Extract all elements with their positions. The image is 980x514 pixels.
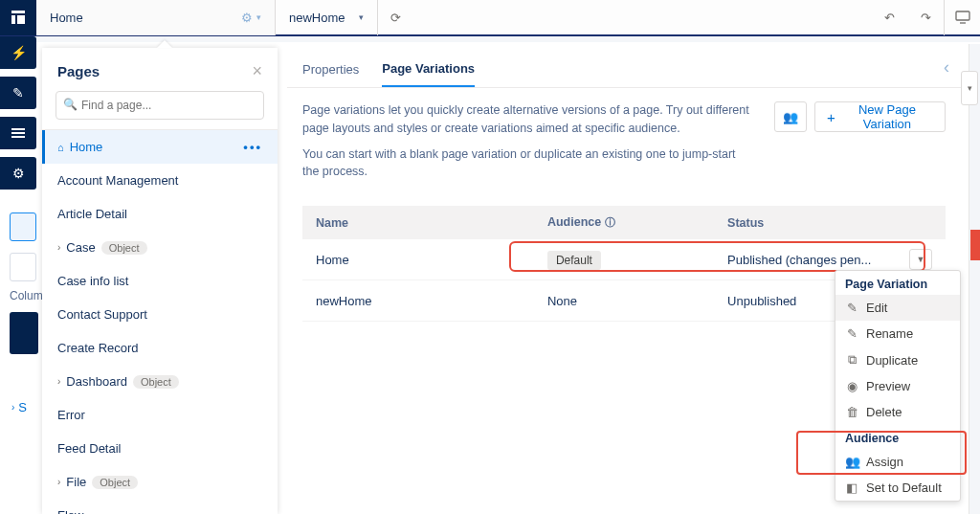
audience-icon-button[interactable]: 👥 xyxy=(774,101,807,132)
tab-home-label: Home xyxy=(50,11,83,25)
rail-edit-button[interactable]: ✎ xyxy=(0,77,36,109)
edit-icon: ✎ xyxy=(845,301,858,315)
rail-lightning-button[interactable]: ⚡ xyxy=(0,36,36,69)
menu-set-default[interactable]: ◧Set to Default xyxy=(835,475,960,501)
new-page-variation-label: New Page Variation xyxy=(841,102,933,131)
tab-properties[interactable]: Properties xyxy=(302,62,359,86)
rename-icon: ✎ xyxy=(845,326,858,341)
caret-down-icon[interactable]: ▾ xyxy=(359,12,364,22)
menu-edit[interactable]: ✎Edit xyxy=(835,295,960,321)
pages-panel: Pages × 🔍 ⌂ Home ••• Account Management … xyxy=(42,48,278,514)
col-status: Status xyxy=(714,206,896,239)
main-tabs: Properties Page Variations ‹ xyxy=(287,48,961,88)
menu-section-audience: Audience xyxy=(835,425,960,449)
page-item-label: Home xyxy=(70,140,103,154)
chevron-right-icon: › xyxy=(11,402,14,413)
menu-section-page-variation: Page Variation xyxy=(835,271,960,295)
svg-rect-1 xyxy=(11,15,15,24)
page-item-label: Article Detail xyxy=(57,207,127,221)
page-item-label: Dashboard xyxy=(66,374,127,389)
page-item[interactable]: Feed Detail xyxy=(42,432,278,465)
chevron-right-icon: › xyxy=(57,242,60,253)
preview-desktop-button[interactable] xyxy=(944,0,980,35)
rail-settings-button[interactable]: ⚙ xyxy=(0,157,36,190)
page-item-label: Create Record xyxy=(57,341,139,355)
menu-preview[interactable]: ◉Preview xyxy=(835,373,960,399)
right-edge-tab[interactable] xyxy=(970,230,980,260)
tab-home[interactable]: Home ⚙ ▾ xyxy=(36,0,276,35)
page-item[interactable]: Error xyxy=(42,398,278,432)
app-logo xyxy=(0,0,36,35)
caret-down-icon[interactable]: ▾ xyxy=(256,12,261,22)
col-audience: Audience ⓘ xyxy=(534,206,714,239)
refresh-button[interactable]: ⟳ xyxy=(378,0,414,35)
ghost-block xyxy=(10,312,38,354)
redo-button[interactable]: ↷ xyxy=(907,0,944,35)
page-item-label: File xyxy=(66,475,86,489)
object-pill: Object xyxy=(101,241,147,255)
bookmark-icon: ◧ xyxy=(845,480,858,495)
info-icon[interactable]: ⓘ xyxy=(605,216,615,228)
tab-page-variations[interactable]: Page Variations xyxy=(382,61,475,87)
more-icon[interactable]: ••• xyxy=(243,140,262,154)
menu-rename[interactable]: ✎Rename xyxy=(835,321,960,346)
right-edge-gutter xyxy=(969,44,980,514)
back-chevron-icon[interactable]: ‹ xyxy=(944,57,949,78)
page-item[interactable]: Case info list xyxy=(42,264,278,298)
page-item-label: Contact Support xyxy=(57,307,147,322)
page-item-label: Account Management xyxy=(57,173,178,188)
page-item-label: Case info list xyxy=(57,274,128,288)
svg-rect-0 xyxy=(11,11,25,13)
cell-name: Home xyxy=(302,239,534,280)
columns-label: Colum xyxy=(10,289,43,302)
plus-icon: + xyxy=(827,109,835,125)
svg-rect-2 xyxy=(17,15,25,24)
row-menu-button[interactable]: ▼ xyxy=(909,249,932,270)
close-icon[interactable]: × xyxy=(252,61,262,81)
rail-list-button[interactable] xyxy=(0,117,36,149)
assign-icon: 👥 xyxy=(845,455,858,469)
gear-icon[interactable]: ⚙ xyxy=(241,11,253,25)
page-item-file[interactable]: › File Object xyxy=(42,465,278,499)
svg-rect-3 xyxy=(956,11,969,20)
page-item[interactable]: Account Management xyxy=(42,164,278,197)
page-item[interactable]: Create Record xyxy=(42,331,278,365)
duplicate-icon: ⧉ xyxy=(845,352,858,368)
variations-desc-1: Page variations let you quickly create a… xyxy=(302,101,755,138)
page-item-label: Case xyxy=(66,240,95,255)
row-actions-menu: Page Variation ✎Edit ✎Rename ⧉Duplicate … xyxy=(835,270,961,502)
new-page-variation-button[interactable]: + New Page Variation xyxy=(814,101,946,132)
page-item[interactable]: Flow xyxy=(42,499,278,514)
page-item-home[interactable]: ⌂ Home ••• xyxy=(42,130,278,164)
ghost-box xyxy=(10,212,36,241)
undo-button[interactable]: ↶ xyxy=(871,0,907,35)
delete-icon: 🗑 xyxy=(845,405,858,419)
object-pill: Object xyxy=(92,476,138,489)
menu-delete[interactable]: 🗑Delete xyxy=(835,399,960,425)
tab-variation-label: newHome xyxy=(289,11,345,25)
menu-duplicate[interactable]: ⧉Duplicate xyxy=(835,346,960,373)
ghost-link[interactable]: › S xyxy=(11,400,27,414)
object-pill: Object xyxy=(133,375,179,389)
pages-search-input[interactable] xyxy=(56,91,264,120)
page-item-label: Error xyxy=(57,408,85,422)
right-panel-toggle[interactable]: ▾ xyxy=(961,71,978,105)
page-item-label: Flow xyxy=(57,508,83,514)
menu-assign[interactable]: 👥Assign xyxy=(835,449,960,475)
pages-title: Pages xyxy=(57,63,100,79)
page-item[interactable]: Article Detail xyxy=(42,197,278,231)
chevron-right-icon: › xyxy=(57,477,60,487)
page-item[interactable]: Contact Support xyxy=(42,298,278,331)
ghost-link-text: S xyxy=(18,400,27,414)
page-item-label: Feed Detail xyxy=(57,441,121,456)
audience-badge: Default xyxy=(547,251,601,270)
ghost-box xyxy=(10,253,36,281)
col-name: Name xyxy=(302,206,534,239)
home-icon: ⌂ xyxy=(57,142,64,153)
page-item-dashboard[interactable]: › Dashboard Object xyxy=(42,365,278,398)
cell-name: newHome xyxy=(302,280,534,322)
tab-variation[interactable]: newHome ▾ xyxy=(276,0,378,35)
page-item-case[interactable]: › Case Object xyxy=(42,231,278,264)
pages-list: ⌂ Home ••• Account Management Article De… xyxy=(42,129,278,514)
preview-icon: ◉ xyxy=(845,379,858,393)
